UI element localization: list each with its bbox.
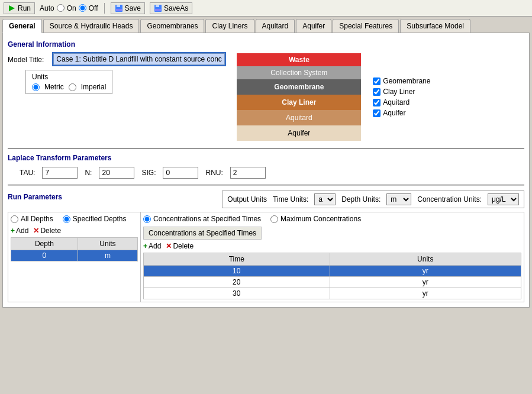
tab-geomembranes[interactable]: Geomembranes [140,19,204,33]
specified-depths-option[interactable]: Specified Depths [63,215,127,223]
table-row[interactable]: 30 yr [144,288,521,299]
tab-aquifer[interactable]: Aquifer [296,19,331,33]
time-units-label: Time Units: [273,195,308,204]
tau-input[interactable] [42,167,78,179]
tab-aquitard[interactable]: Aquitard [256,19,295,33]
conc-max-label: Maximum Concentrations [280,215,361,223]
sig-label: SIG: [141,169,156,177]
n-input[interactable] [99,167,134,179]
toolbar: Run Auto On Off Save SaveAs [0,0,532,17]
layer-aquitard: Aquitard [237,110,361,125]
time-cell: 20 [144,277,330,288]
run-label: Run [18,4,31,12]
table-row[interactable]: 0 m [11,250,138,261]
conc-units-col-header: Units [330,253,521,266]
all-depths-radio[interactable] [11,215,18,223]
table-row[interactable]: 20 yr [144,277,521,288]
svg-rect-2 [117,5,120,7]
layer-waste: Waste [237,53,361,66]
conc-specified-radio[interactable] [143,215,151,223]
model-title-label: Model Title: [8,53,44,64]
depth-delete-label: Delete [40,227,61,235]
cb-clayliner: Clay Liner [373,88,430,96]
auto-on-radio[interactable] [57,4,65,12]
model-title-row: Model Title: [8,53,225,65]
run-params-section: Run Parameters Output Units Time Units: … [8,190,524,302]
saveas-button[interactable]: SaveAs [150,2,192,14]
cb-aquitard: Aquitard [373,98,430,106]
output-units-box: Output Units Time Units: a yr d h Depth … [222,190,524,208]
depths-table: Depth Units 0 m [11,237,138,261]
divider2 [8,185,524,186]
tab-clay-liners[interactable]: Clay Liners [205,19,254,33]
sig-input[interactable] [163,167,198,179]
geomembrane-cb-label: Geomembrane [383,77,430,85]
units-cell: yr [330,277,521,288]
conc-radio-options: Concentrations at Specified Times Maximu… [143,215,521,223]
clayliner-cb-label: Clay Liner [383,88,415,96]
depth-col-header: Depth [11,238,78,250]
tau-label: TAU: [20,169,35,177]
conc-specified-option[interactable]: Concentrations at Specified Times [143,215,261,223]
cb-geomembrane: Geomembrane [373,77,430,85]
depths-section: All Depths Specified Depths + Add ✕ Dele… [8,212,524,302]
units-cell: m [78,250,137,261]
depth-units-select[interactable]: m cm ft [386,193,411,205]
time-cell: 10 [144,266,330,277]
run-params-header: Run Parameters [8,193,62,201]
conc-delete-label: Delete [173,242,194,250]
depth-radio-options: All Depths Specified Depths [11,215,138,223]
time-cell: 30 [144,288,330,299]
model-title-input[interactable] [53,53,225,65]
geomembrane-checkbox[interactable] [373,77,381,85]
all-depths-option[interactable]: All Depths [11,215,53,223]
x-icon2: ✕ [166,242,172,250]
on-label: On [67,4,76,12]
auto-radio-group: Auto On Off [40,4,98,12]
layer-diagram: Waste Collection System Geomembrane Clay… [237,53,361,141]
n-label: N: [85,169,92,177]
aquitard-checkbox[interactable] [373,99,381,106]
times-panel: Concentrations at Specified Times Maximu… [141,212,524,302]
run-button[interactable]: Run [4,2,35,14]
auto-off-radio[interactable] [79,4,86,12]
layer-clayliner: Clay Liner [237,95,361,110]
aquifer-checkbox[interactable] [373,109,381,117]
time-col-header: Time [144,253,330,266]
left-panel: Model Title: Units Metric Imperial [8,53,225,94]
conc-units-label: Concentration Units: [417,195,482,204]
conc-specified-label: Concentrations at Specified Times [153,215,261,223]
specified-depths-radio[interactable] [63,215,70,223]
plus-icon2: + [143,242,147,250]
laplace-header: Laplace Transform Parameters [8,154,524,162]
conc-units-select[interactable]: μg/L mg/L ng/L [488,193,519,205]
conc-delete-button[interactable]: ✕ Delete [166,242,194,250]
units-label: Units [32,73,106,81]
tab-source-hydraulic[interactable]: Source & Hydraulic Heads [43,19,140,33]
save-icon [115,4,123,12]
metric-radio[interactable] [32,83,40,91]
tab-special-features[interactable]: Special Features [333,19,399,33]
depth-delete-button[interactable]: ✕ Delete [33,227,61,235]
time-units-select[interactable]: a yr d h [314,193,336,205]
plus-icon: + [11,227,15,235]
layer-geomembrane: Geomembrane [237,79,361,95]
table-row[interactable]: 10 yr [144,266,521,277]
units-col-header: Units [78,238,137,250]
clayliner-checkbox[interactable] [373,88,381,96]
svg-rect-3 [116,9,122,11]
depth-cell: 0 [11,250,78,261]
depth-add-button[interactable]: + Add [11,227,28,235]
imperial-radio[interactable] [69,83,76,91]
rnu-input[interactable] [230,167,266,179]
save-button[interactable]: Save [111,2,145,14]
tab-general[interactable]: General [2,19,42,33]
tab-bar: General Source & Hydraulic Heads Geomemb… [0,17,532,33]
conc-max-option[interactable]: Maximum Concentrations [270,215,361,223]
specified-depths-label: Specified Depths [73,215,127,223]
conc-max-radio[interactable] [270,215,278,223]
layer-collection: Collection System [237,66,361,79]
tab-subsurface-model[interactable]: Subsurface Model [400,19,470,33]
all-depths-label: All Depths [21,215,53,223]
conc-add-button[interactable]: + Add [143,242,161,250]
